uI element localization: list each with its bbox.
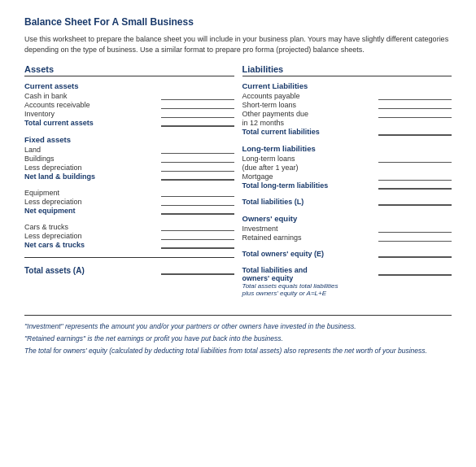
list-item: Total current assets	[24, 119, 234, 127]
list-item: (due after 1 year)	[242, 164, 452, 172]
list-item: Long-term loans	[242, 155, 452, 163]
list-item: Mortgage	[242, 172, 452, 181]
long-term-liabilities-section: Long-term liabilities Long-term loans (d…	[242, 144, 452, 190]
list-item: Short-term loans	[242, 101, 452, 109]
list-item: Equipment	[24, 189, 234, 197]
fixed-assets-section: Fixed assets Land Buildings Less depreci…	[24, 135, 234, 181]
list-item: Retained earnings	[242, 234, 452, 242]
footer-note-2: "Retained earnings" is the net earnings …	[24, 334, 452, 344]
total-both-line2: owners' equity	[242, 274, 376, 282]
total-equity-section: Total owners' equity (E)	[242, 250, 452, 258]
total-liabilities-section: Total liabilities (L)	[242, 198, 452, 206]
list-item: Net equipment	[24, 207, 234, 215]
owners-equity-section: Owners' equity Investment Retained earni…	[242, 214, 452, 242]
list-item: Cars & trucks	[24, 223, 234, 231]
list-item: Net cars & trucks	[24, 241, 234, 249]
list-item: Other payments due	[242, 110, 452, 118]
list-item: Investment	[242, 225, 452, 233]
list-item: Land	[24, 146, 234, 154]
list-item: Total long-term liabilities	[242, 181, 452, 190]
list-item: Accounts receivable	[24, 101, 234, 109]
long-term-header: Long-term liabilities	[242, 144, 452, 153]
page-title: Balance Sheet For A Small Business	[24, 16, 452, 28]
total-liabilities: Total liabilities (L)	[242, 198, 452, 206]
list-item: Accounts payable	[242, 92, 452, 100]
list-item: Cash in bank	[24, 92, 234, 100]
list-item: Less depreciation	[24, 232, 234, 240]
total-both-line1: Total liabilities and	[242, 266, 376, 274]
total-assets: Total assets (A)	[24, 266, 234, 275]
total-equity: Total owners' equity (E)	[242, 250, 452, 258]
footer-note-3: The total for owners' equity (calculated…	[24, 347, 452, 356]
total-both-section: Total liabilities and owners' equity Tot…	[242, 266, 452, 297]
list-item: Inventory	[24, 110, 234, 118]
list-item: Buildings	[24, 155, 234, 163]
list-item: in 12 months	[242, 119, 452, 127]
list-item: Less depreciation	[24, 198, 234, 206]
total-both-line4: plus owners' equity or A=L+E	[242, 290, 376, 297]
owners-equity-header: Owners' equity	[242, 214, 452, 223]
equipment-section: Equipment Less depreciation Net equipmen…	[24, 189, 234, 215]
list-item: Net land & buildings	[24, 172, 234, 181]
current-assets-section: Current assets Cash in bank Accounts rec…	[24, 81, 234, 127]
intro-text: Use this worksheet to prepare the balanc…	[24, 34, 452, 55]
fixed-assets-header: Fixed assets	[24, 135, 234, 144]
cars-section: Cars & trucks Less depreciation Net cars…	[24, 223, 234, 249]
footer-section: "Investment" represents the amount you a…	[24, 315, 452, 356]
current-liabilities-header: Current Liabilities	[242, 81, 452, 90]
assets-header: Assets	[24, 64, 234, 76]
footer-note-1: "Investment" represents the amount you a…	[24, 322, 452, 332]
liabilities-column: Liabilities Current Liabilities Accounts…	[242, 64, 452, 305]
current-liabilities-section: Current Liabilities Accounts payable Sho…	[242, 81, 452, 136]
list-item: Total current liabilities	[242, 128, 452, 136]
total-both-line3: Total assets equals total liabilities	[242, 282, 376, 290]
assets-column: Assets Current assets Cash in bank Accou…	[24, 64, 234, 305]
list-item: Less depreciation	[24, 164, 234, 172]
liabilities-header: Liabilities	[242, 64, 452, 76]
current-assets-header: Current assets	[24, 81, 234, 90]
